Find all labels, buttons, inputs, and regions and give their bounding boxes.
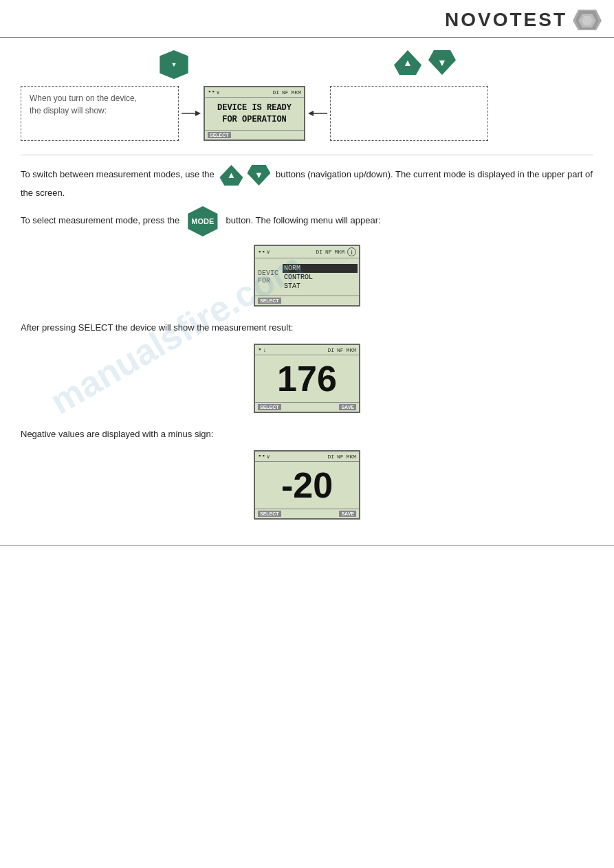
lcd3-select-label: SELECT (258, 404, 281, 410)
lcd3-save-label: SAVE (339, 404, 356, 410)
lcd3-mode-indicators: DI NF MKM (327, 347, 356, 353)
up-arrow-button-top[interactable]: ▲ (394, 50, 421, 75)
lcd2-left-text: DEVIC FOR (255, 258, 281, 296)
logo-text: NOVOTEST (445, 9, 567, 31)
lcd3-top-bar: ▪ ↓ DI NF MKM (255, 345, 359, 355)
lcd1-select-label: SELECT (208, 132, 231, 138)
bottom-border (0, 545, 614, 546)
lcd4-bottom-bar: SELECT SAVE (255, 509, 359, 518)
lcd1-battery: ▪▪ ∨ (208, 89, 220, 96)
lcd1-top-bar: ▪▪ ∨ DI NF MKM (205, 87, 304, 98)
section-measurement-result: After pressing SELECT the device will sh… (21, 320, 593, 413)
lcd4-save-label: SAVE (339, 511, 356, 517)
lcd-screen-4: ▪▪ ∨ DI NF MKM -20 SELECT SAVE (254, 450, 360, 520)
lcd2-mkm: MKM (335, 249, 344, 255)
lcd2-body: DEVIC FOR NORM CONTROL STAT (255, 258, 359, 296)
lcd4-mode-indicators: DI NF MKM (327, 454, 356, 460)
lcd1-line2: FOR OPERATION (222, 114, 287, 126)
lcd2-menu-stat: STAT (283, 282, 358, 291)
lcd2-di: DI (316, 249, 322, 255)
down-arrow-icon-top: ▼ (437, 57, 447, 68)
diagram-row: When you turn on the device,the display … (21, 86, 593, 141)
section-mode-switching: To switch between measurement modes, use… (21, 165, 593, 307)
lcd1-line1: DEVICE IS READY (217, 102, 292, 114)
lcd2-mode-indicators: DI NF MKM i (316, 247, 356, 256)
lcd1-mkm: MKM (292, 89, 301, 96)
section-negative-value: Negative values are displayed with a min… (21, 427, 593, 520)
select-button-top[interactable]: ▼ (158, 50, 190, 79)
lcd2-top-bar: ▪▪ ∨ DI NF MKM i (255, 246, 359, 258)
lcd4-di: DI (327, 454, 334, 460)
lcd2-select-label: SELECT (258, 298, 281, 304)
lcd2-nf: NF (325, 249, 332, 255)
lcd3-mkm: MKM (347, 347, 356, 353)
lcd4-top-bar: ▪▪ ∨ DI NF MKM (255, 452, 359, 462)
lcd3-container: ▪ ↓ DI NF MKM 176 SELECT SAVE (21, 344, 593, 413)
svg-marker-7 (308, 111, 314, 116)
select-button-label: ▼ (171, 61, 177, 68)
lcd2-container: ▪▪ ∨ DI NF MKM i DEVIC FOR (21, 245, 593, 307)
mode-button-label: MODE (191, 215, 214, 228)
lcd2-menu-control: CONTROL (283, 273, 358, 282)
lcd-screen-3: ▪ ↓ DI NF MKM 176 SELECT SAVE (254, 344, 360, 413)
section-device-ready: ▼ ▲ ▼ When you turn on the device,the di… (21, 50, 593, 141)
lcd3-di: DI (327, 347, 334, 353)
lcd3-measurement-value: 176 (255, 355, 359, 402)
lcd1-mode-indicators: DI NF MKM (272, 89, 301, 96)
svg-marker-5 (195, 111, 201, 116)
lcd4-select-label: SELECT (258, 511, 281, 517)
logo-icon (573, 7, 602, 33)
lcd4-mkm: MKM (347, 454, 356, 460)
lcd2-menu-norm: NORM (283, 264, 358, 273)
divider-1 (21, 155, 593, 155)
lcd2-menu: NORM CONTROL STAT (281, 258, 359, 296)
section3-para: After pressing SELECT the device will sh… (21, 320, 593, 335)
mode-button-inline[interactable]: MODE (186, 206, 219, 236)
lcd2-info-icon: i (347, 247, 356, 256)
section4-para: Negative values are displayed with a min… (21, 427, 593, 442)
up-arrow-icon-top: ▲ (403, 57, 413, 68)
desc-left-1: When you turn on the device,the display … (30, 92, 170, 117)
down-arrow-button-top[interactable]: ▼ (428, 50, 456, 75)
lcd1-body: DEVICE IS READY FOR OPERATION (205, 98, 304, 130)
down-arrow-inline[interactable]: ▼ (247, 165, 270, 186)
lcd3-battery: ▪ ↓ (258, 346, 266, 353)
lcd1-di: DI (272, 89, 279, 96)
description-box-left: When you turn on the device,the display … (21, 86, 179, 141)
lcd4-battery: ▪▪ ∨ (258, 453, 270, 460)
lcd4-measurement-value: -20 (255, 462, 359, 509)
section2-para1: To switch between measurement modes, use… (21, 165, 593, 201)
lcd-screen-1: ▪▪ ∨ DI NF MKM DEVICE IS READY FOR OPERA… (204, 86, 305, 141)
arrow-left-1 (308, 108, 327, 119)
up-arrow-icon-inline: ▲ (227, 168, 236, 183)
description-box-right (330, 86, 488, 141)
arrow-right-1 (182, 108, 201, 119)
lcd-screen-2: ▪▪ ∨ DI NF MKM i DEVIC FOR (254, 245, 360, 307)
section2-para2: To select measurement mode, press the MO… (21, 206, 593, 236)
lcd1-nf: NF (282, 89, 289, 96)
down-arrow-icon-inline: ▼ (254, 168, 263, 183)
lcd2-battery: ▪▪ ∨ (258, 249, 270, 256)
page-header: NOVOTEST (0, 0, 614, 38)
lcd3-bottom-bar: SELECT SAVE (255, 402, 359, 412)
lcd4-container: ▪▪ ∨ DI NF MKM -20 SELECT SAVE (21, 450, 593, 520)
up-arrow-inline[interactable]: ▲ (219, 165, 243, 186)
lcd2-bottom-bar: SELECT (255, 296, 359, 305)
lcd1-bottom-bar: SELECT (205, 130, 304, 140)
lcd4-nf: NF (337, 454, 344, 460)
lcd3-nf: NF (337, 347, 344, 353)
main-content: manualsfire.com ▼ ▲ ▼ (0, 38, 614, 546)
